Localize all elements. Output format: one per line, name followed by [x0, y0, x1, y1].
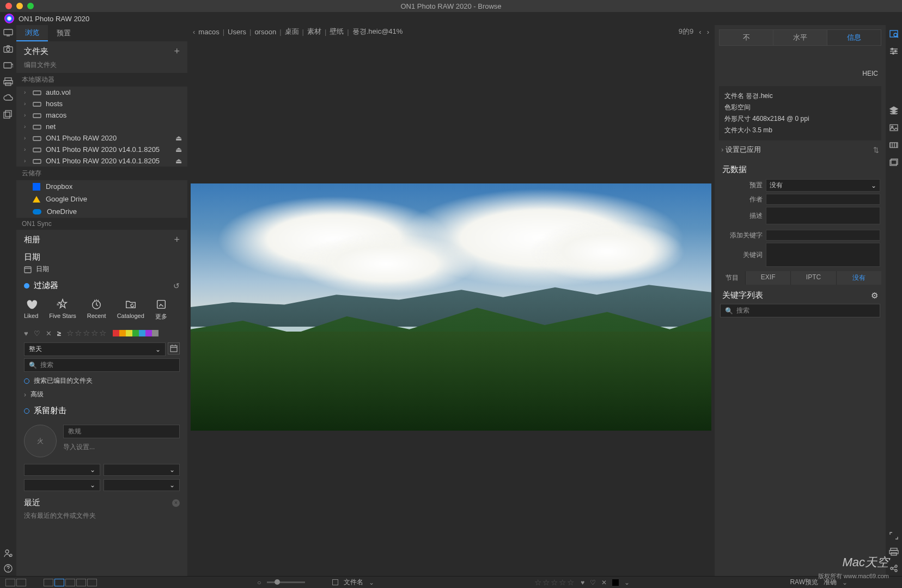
crumb[interactable]: 桌面 — [285, 27, 299, 36]
cloud-icon[interactable] — [3, 94, 13, 102]
layout-2[interactable] — [16, 579, 26, 586]
next-image-button[interactable]: › — [707, 28, 709, 36]
description-input[interactable] — [766, 207, 880, 224]
accurate-button[interactable]: 准确 — [824, 578, 837, 587]
fire-button[interactable]: 火 — [24, 425, 57, 457]
sliders-icon[interactable] — [889, 47, 899, 56]
cloud-onedrive[interactable]: OneDrive — [16, 205, 187, 218]
crumb[interactable]: 壁纸 — [330, 27, 344, 36]
crumb[interactable]: macos — [198, 28, 219, 36]
share-icon[interactable] — [889, 564, 899, 573]
filter-liked[interactable]: Liked — [24, 298, 38, 321]
tether-dd3[interactable]: ⌄ — [24, 479, 100, 491]
reject-icon[interactable]: ✕ — [601, 579, 607, 586]
view-compare[interactable] — [76, 579, 86, 586]
add-folder-button[interactable]: + — [174, 46, 180, 57]
desktop-icon[interactable] — [3, 28, 13, 37]
add-keyword-input[interactable] — [766, 230, 880, 241]
keywords-input[interactable] — [766, 243, 880, 267]
swatch-purple[interactable] — [145, 330, 152, 336]
stack-icon[interactable] — [889, 158, 899, 167]
cloud-gdrive[interactable]: Google Drive — [16, 193, 187, 205]
color-labels[interactable] — [113, 330, 159, 336]
zoom-slider[interactable] — [267, 581, 305, 583]
heart-outline-icon[interactable]: ♡ — [34, 329, 40, 338]
swatch-orange[interactable] — [119, 330, 126, 336]
time-dropdown[interactable]: 整天⌄ — [24, 342, 166, 356]
tab-level[interactable]: 水平 — [773, 30, 827, 45]
sort-asc-icon[interactable]: ○ — [257, 579, 261, 586]
heart-outline-icon[interactable]: ♡ — [590, 579, 596, 586]
gear-icon[interactable]: ⚙ — [871, 291, 878, 301]
filmstrip-icon[interactable] — [889, 140, 899, 149]
close-window[interactable] — [5, 3, 12, 9]
heart-fill-icon[interactable]: ♥ — [581, 579, 584, 586]
square-icon[interactable] — [332, 579, 338, 585]
eject-icon[interactable]: ⏏ — [175, 134, 182, 142]
filter-search-input[interactable]: 🔍搜索 — [24, 358, 180, 372]
reject-icon[interactable]: ✕ — [46, 329, 52, 338]
view-single[interactable] — [54, 579, 64, 586]
folder-item[interactable]: ›macos — [16, 109, 187, 121]
tab-presets[interactable]: 预置 — [48, 25, 80, 41]
layout-1[interactable] — [5, 579, 15, 586]
print-icon[interactable] — [3, 77, 13, 86]
star-rating[interactable]: ☆☆☆☆☆ — [66, 328, 107, 338]
tab-exif[interactable]: EXIF — [745, 271, 790, 285]
swatch-gray[interactable] — [152, 330, 159, 336]
advanced-toggle[interactable]: ›高级 — [16, 388, 187, 401]
reset-filters-button[interactable]: ↺ — [173, 281, 180, 290]
gte-icon[interactable]: ≥ — [57, 329, 61, 338]
swatch-blue[interactable] — [139, 330, 145, 336]
prev-image-button[interactable]: ‹ — [699, 28, 701, 36]
import-settings-link[interactable]: 导入设置... — [63, 443, 180, 452]
tab-none[interactable]: 不 — [720, 30, 773, 45]
camera-icon[interactable] — [3, 45, 13, 53]
crumb[interactable]: Users — [228, 28, 246, 36]
view-film[interactable] — [65, 579, 75, 586]
tether-name-field[interactable]: 教规 — [63, 425, 180, 438]
tether-dd2[interactable]: ⌄ — [103, 464, 180, 476]
filter-recent[interactable]: Recent — [87, 298, 106, 321]
eject-icon[interactable]: ⏏ — [175, 145, 182, 154]
folder-item[interactable]: ›hosts — [16, 98, 187, 109]
copy-icon[interactable] — [3, 110, 13, 119]
crumb[interactable]: 素材 — [307, 27, 321, 36]
filter-more[interactable]: 更多 — [155, 298, 167, 321]
layers-icon[interactable] — [889, 106, 899, 114]
settings-applied-expander[interactable]: › 设置已应用 ⇅ — [715, 140, 886, 159]
folder-item[interactable]: ›ON1 Photo RAW 2020⏏ — [16, 132, 187, 144]
search-cataloged-toggle[interactable]: 搜索已编目的文件夹 — [16, 374, 187, 388]
filename-sort[interactable]: 文件名 — [344, 578, 363, 587]
nav-back-button[interactable]: ‹ — [193, 28, 195, 36]
footer-rating[interactable]: ☆☆☆☆☆ — [534, 578, 575, 587]
maximize-window[interactable] — [27, 3, 34, 9]
zoom-fit-icon[interactable] — [889, 29, 899, 38]
image-icon[interactable] — [889, 123, 899, 132]
folder-item[interactable]: ›net — [16, 121, 187, 132]
folder-item[interactable]: ›ON1 Photo RAW 2020 v14.0.1.8205⏏ — [16, 155, 187, 167]
cloud-dropbox[interactable]: Dropbox — [16, 180, 187, 193]
swatch-red[interactable] — [113, 330, 119, 336]
clear-recent-button[interactable]: × — [172, 499, 180, 507]
eject-icon[interactable]: ⏏ — [175, 157, 182, 165]
fullscreen-icon[interactable] — [889, 531, 899, 540]
image-viewer[interactable] — [187, 38, 715, 576]
view-grid[interactable] — [44, 579, 53, 586]
keyword-search-input[interactable]: 🔍搜索 — [720, 304, 880, 317]
crumb[interactable]: orsoon — [254, 28, 276, 36]
add-album-button[interactable]: + — [174, 234, 180, 246]
filter-cataloged[interactable]: Cataloged — [117, 298, 144, 321]
preset-dropdown[interactable]: 没有⌄ — [766, 179, 880, 192]
user-settings-icon[interactable] — [3, 549, 13, 558]
tab-info[interactable]: 信息 — [827, 30, 881, 45]
tab-meta-none[interactable]: 没有 — [836, 271, 881, 285]
view-map[interactable] — [87, 579, 97, 586]
help-icon[interactable] — [3, 564, 13, 573]
tether-dd1[interactable]: ⌄ — [24, 464, 100, 476]
tab-browse[interactable]: 浏览 — [16, 25, 48, 41]
print-icon[interactable] — [889, 548, 899, 556]
folder-item[interactable]: ›auto.vol — [16, 87, 187, 98]
tab-iptc[interactable]: IPTC — [790, 271, 836, 285]
filter-five-stars[interactable]: Five Stars — [49, 298, 76, 321]
